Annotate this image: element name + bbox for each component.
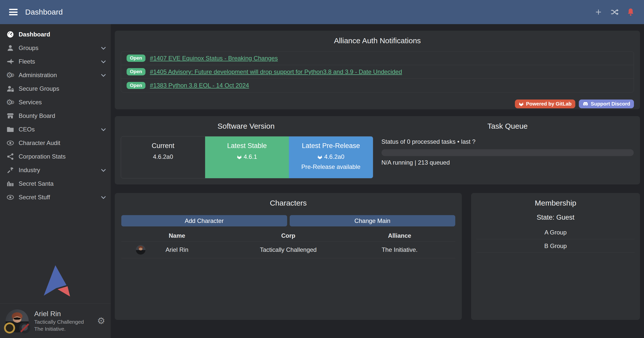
- eye-icon: [6, 193, 15, 202]
- sidebar-item-groups[interactable]: Groups: [0, 41, 111, 55]
- notifications-bell-icon[interactable]: [626, 8, 635, 16]
- notifications-footer: Powered by GitLab Support Discord: [121, 100, 634, 108]
- task-queue-title: Task Queue: [382, 116, 634, 132]
- sidebar-item-label: Administration: [19, 72, 57, 79]
- alliance-auth-logo: [0, 264, 111, 303]
- chevron-down-icon: [101, 168, 106, 172]
- share-nodes-icon: [6, 152, 15, 161]
- chevron-down-icon: [101, 46, 106, 50]
- notifications-title: Alliance Auth Notifications: [121, 31, 634, 46]
- add-character-icon[interactable]: [594, 8, 603, 16]
- sidebar-item-dashboard[interactable]: Dashboard: [0, 28, 111, 41]
- chevron-down-icon: [101, 128, 106, 131]
- sidebar-item-label: Fleets: [19, 58, 35, 65]
- jet-icon: [6, 57, 15, 66]
- notification-row: Open #1383 Python 3.8 EOL - 14 Oct 2024: [121, 79, 634, 92]
- membership-title: Membership: [476, 193, 635, 209]
- version-column-current: Current 4.6.2a0: [121, 136, 205, 178]
- status-badge: Open: [127, 82, 145, 89]
- user-alliance: The Initiative.: [34, 326, 84, 332]
- cell-alliance: The Initiative.: [344, 246, 455, 253]
- hammer-icon: [6, 166, 15, 174]
- gears-icon: ⚙⚙: [6, 71, 15, 79]
- gitlab-icon: [237, 155, 242, 159]
- support-discord-button[interactable]: Support Discord: [579, 100, 634, 108]
- sidebar-item-label: Industry: [19, 167, 40, 174]
- notification-link[interactable]: #1405 Advisory: Future development will …: [150, 68, 402, 75]
- version-column-stable: Latest Stable 4.6.1: [205, 136, 289, 178]
- version-number: 4.6.2a0: [153, 153, 173, 160]
- prerelease-note: Pre-Release available: [301, 163, 360, 170]
- column-header-alliance: Alliance: [344, 232, 455, 239]
- navbar-actions: [594, 8, 635, 16]
- sidebar-item-character-audit[interactable]: Character Audit: [0, 136, 111, 150]
- settings-gear-icon[interactable]: ⚙: [97, 316, 105, 325]
- gauge-icon: [6, 30, 15, 39]
- sidebar-item-label: Bounty Board: [19, 112, 55, 119]
- table-header-row: Name Corp Alliance: [121, 230, 455, 242]
- alliance-logo-badge: [19, 322, 30, 333]
- sidebar-item-label: Groups: [19, 44, 39, 52]
- notification-link[interactable]: #1407 EVE Equinox Status - Breaking Chan…: [150, 55, 278, 62]
- sidebar-item-secret-stuff[interactable]: Secret Stuff: [0, 190, 111, 204]
- version-column-prerelease: Latest Pre-Release 4.6.2a0 Pre-Release a…: [289, 136, 373, 178]
- top-navbar: Dashboard: [0, 0, 644, 24]
- change-main-shuffle-icon[interactable]: [610, 8, 619, 16]
- user-name: Ariel Rin: [34, 310, 84, 318]
- sidebar-item-administration[interactable]: ⚙⚙ Administration: [0, 68, 111, 82]
- sidebar-item-label: Secret Santa: [19, 180, 54, 187]
- notification-row: Open #1405 Advisory: Future development …: [121, 65, 634, 79]
- cell-corp: Tactically Challenged: [233, 246, 344, 253]
- character-avatar: [136, 245, 145, 255]
- task-queue-info: N/A running | 213 queued: [382, 159, 634, 166]
- cell-name: Ariel Rin: [121, 246, 233, 253]
- status-badge: Open: [127, 55, 145, 62]
- notification-row: Open #1407 EVE Equinox Status - Breaking…: [121, 52, 634, 65]
- user-avatar: [6, 309, 29, 332]
- powered-by-gitlab-button[interactable]: Powered by GitLab: [515, 100, 575, 108]
- table-row: Ariel Rin Tactically Challenged The Init…: [121, 242, 455, 258]
- status-panel: Software Version Current 4.6.2a0 Latest …: [115, 116, 640, 184]
- status-badge: Open: [127, 68, 145, 75]
- hamburger-menu-icon[interactable]: [9, 9, 18, 15]
- sidebar-item-bounty-board[interactable]: Bounty Board: [0, 109, 111, 123]
- change-main-button[interactable]: Change Main: [290, 215, 456, 226]
- version-column-label: Latest Stable: [227, 142, 267, 150]
- task-queue-progressbar: [382, 149, 634, 156]
- characters-table: Name Corp Alliance Ariel Rin Tactically …: [121, 230, 455, 258]
- sidebar-item-services[interactable]: ⚙⚙ Services: [0, 95, 111, 109]
- version-number: 4.6.2a0: [317, 153, 344, 160]
- membership-group-list: A Group B Group: [476, 226, 635, 253]
- support-discord-label: Support Discord: [591, 101, 630, 107]
- column-header-name: Name: [121, 232, 233, 239]
- group-list-item: B Group: [476, 239, 635, 253]
- software-version-section: Software Version Current 4.6.2a0 Latest …: [115, 116, 377, 184]
- sidebar-item-label: Services: [19, 99, 42, 106]
- sidebar-item-secure-groups[interactable]: Secure Groups: [0, 82, 111, 95]
- user-corp: Tactically Challenged: [34, 319, 84, 325]
- group-list-item: A Group: [476, 226, 635, 239]
- gitlab-icon: [317, 155, 322, 159]
- characters-title: Characters: [121, 193, 455, 209]
- membership-state: State: Guest: [476, 213, 635, 222]
- sidebar-item-industry[interactable]: Industry: [0, 163, 111, 177]
- user-panel[interactable]: Ariel Rin Tactically Challenged The Init…: [0, 303, 111, 338]
- version-number: 4.6.1: [237, 153, 257, 160]
- eye-icon: [6, 139, 15, 147]
- notifications-list: Open #1407 EVE Equinox Status - Breaking…: [121, 51, 634, 92]
- notification-link[interactable]: #1383 Python 3.8 EOL - 14 Oct 2024: [150, 82, 249, 89]
- sidebar-item-corporation-stats[interactable]: Corporation Stats: [0, 150, 111, 163]
- version-column-label: Latest Pre-Release: [302, 142, 360, 150]
- discord-icon: [583, 102, 588, 106]
- powered-by-gitlab-label: Powered by GitLab: [526, 101, 572, 107]
- sidebar-item-fleets[interactable]: Fleets: [0, 55, 111, 68]
- add-character-button[interactable]: Add Character: [121, 215, 287, 226]
- characters-actions: Add Character Change Main: [121, 215, 455, 226]
- task-queue-status: Status of 0 processed tasks • last ?: [382, 138, 634, 145]
- corp-logo-badge: [4, 322, 15, 333]
- sidebar-item-label: Corporation Stats: [19, 153, 66, 160]
- sidebar-item-ceos[interactable]: CEOs: [0, 123, 111, 136]
- sidebar-item-label: Secret Stuff: [19, 194, 50, 201]
- membership-panel: Membership State: Guest A Group B Group: [471, 193, 640, 320]
- sidebar-item-secret-santa[interactable]: Secret Santa: [0, 177, 111, 190]
